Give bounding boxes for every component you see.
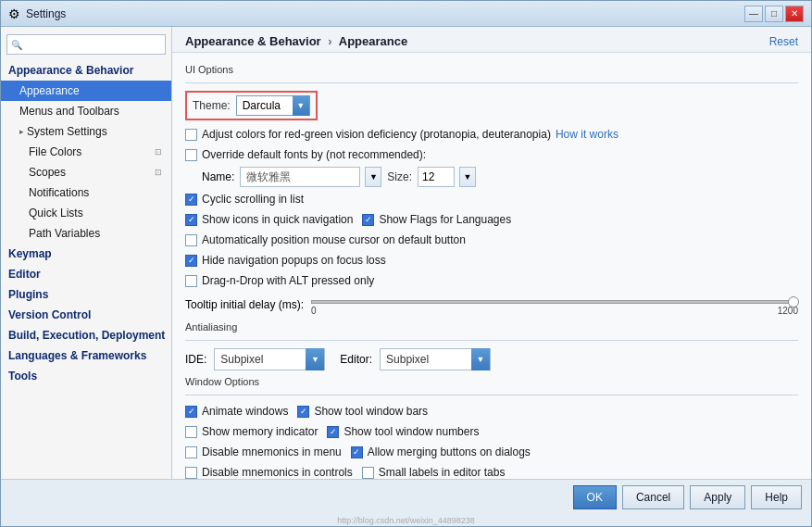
show-memory-checkbox[interactable] xyxy=(185,426,197,438)
close-button[interactable]: ✕ xyxy=(785,6,804,22)
slider-track[interactable] xyxy=(311,300,798,304)
title-bar: ⚙ Settings — □ ✕ xyxy=(1,1,811,27)
ok-button[interactable]: OK xyxy=(573,485,617,509)
sidebar-item-plugins[interactable]: Plugins xyxy=(1,284,171,305)
maximize-button[interactable]: □ xyxy=(765,6,783,22)
row-icons-flags: Show icons in quick navigation Show Flag… xyxy=(185,211,798,232)
size-label: Size: xyxy=(387,170,412,183)
minimize-button[interactable]: — xyxy=(744,6,763,22)
window-options-label: Window Options xyxy=(185,376,798,387)
show-icons-checkbox[interactable] xyxy=(185,214,197,226)
cyclic-scrolling-checkbox[interactable] xyxy=(185,194,197,206)
sidebar-item-appearance-behavior[interactable]: Appearance & Behavior xyxy=(1,60,171,81)
sidebar: 🔍 Appearance & Behavior Appearance Menus… xyxy=(1,27,172,479)
cyclic-scrolling-row: Cyclic scrolling in list xyxy=(185,191,304,207)
size-dropdown[interactable]: ▼ xyxy=(459,167,476,187)
allow-merging-checkbox[interactable] xyxy=(351,446,363,458)
adjust-colors-label: Adjust colors for red-green vision defic… xyxy=(202,126,551,143)
adjust-colors-row: Adjust colors for red-green vision defic… xyxy=(185,126,798,143)
hide-nav-checkbox[interactable] xyxy=(185,255,197,267)
ide-dropdown-arrow[interactable]: ▼ xyxy=(306,348,324,370)
search-input[interactable] xyxy=(24,39,161,50)
sidebar-item-scopes[interactable]: Scopes ⊡ xyxy=(1,162,171,182)
cancel-button[interactable]: Cancel xyxy=(622,485,684,509)
antialiasing-label: Antialiasing xyxy=(185,321,798,333)
ide-label: IDE: xyxy=(185,353,206,366)
main-panel: Appearance & Behavior › Appearance Reset… xyxy=(172,27,811,479)
window-title: Settings xyxy=(26,7,66,20)
disable-mnemonics-controls-row: Disable mnemonics in controls xyxy=(185,464,353,479)
animate-windows-checkbox[interactable] xyxy=(185,406,197,418)
disable-mnemonics-controls-checkbox[interactable] xyxy=(185,467,197,479)
editor-dropdown[interactable]: Subpixel ▼ xyxy=(380,348,491,370)
file-colors-badge: ⊡ xyxy=(155,144,162,160)
sidebar-item-notifications[interactable]: Notifications xyxy=(1,182,171,203)
adjust-colors-checkbox[interactable] xyxy=(185,129,197,141)
hide-nav-row: Hide navigation popups on focus loss xyxy=(185,252,798,269)
reset-link[interactable]: Reset xyxy=(769,35,798,48)
theme-select[interactable]: Darcula ▼ xyxy=(236,95,310,116)
drag-drop-label: Drag-n-Drop with ALT pressed only xyxy=(202,272,374,289)
disable-mnemonics-checkbox[interactable] xyxy=(185,446,197,458)
sidebar-item-system-settings[interactable]: ▸ System Settings xyxy=(1,121,171,142)
show-flags-label: Show Flags for Languages xyxy=(379,211,511,228)
settings-window: ⚙ Settings — □ ✕ 🔍 Appearance & Behavior… xyxy=(0,0,812,527)
scopes-badge: ⊡ xyxy=(155,164,162,181)
search-box[interactable]: 🔍 xyxy=(6,34,166,55)
sidebar-item-editor[interactable]: Editor xyxy=(1,264,171,284)
show-tool-bars-checkbox[interactable] xyxy=(297,406,309,418)
sidebar-item-languages-frameworks[interactable]: Languages & Frameworks xyxy=(1,345,171,366)
tooltip-label: Tooltip initial delay (ms): xyxy=(185,298,304,311)
breadcrumb-parent: Appearance & Behavior xyxy=(185,34,321,48)
slider-thumb[interactable] xyxy=(788,296,799,307)
window-row-4: Disable mnemonics in controls Small labe… xyxy=(185,464,798,479)
sidebar-item-tools[interactable]: Tools xyxy=(1,366,171,386)
apply-button[interactable]: Apply xyxy=(690,485,745,509)
disable-mnemonics-label: Disable mnemonics in menu xyxy=(202,444,342,460)
hide-nav-label: Hide navigation popups on focus loss xyxy=(202,252,386,269)
sidebar-item-build-execution[interactable]: Build, Execution, Deployment xyxy=(1,325,171,345)
theme-row: Theme: Darcula ▼ xyxy=(185,91,318,120)
size-box: 12 xyxy=(418,167,455,187)
sidebar-item-appearance[interactable]: Appearance xyxy=(1,81,171,101)
antialias-row: IDE: Subpixel ▼ Editor: Subpixel ▼ xyxy=(185,348,798,370)
auto-position-checkbox[interactable] xyxy=(185,234,197,246)
override-fonts-checkbox[interactable] xyxy=(185,149,197,161)
show-icons-row: Show icons in quick navigation xyxy=(185,211,353,228)
drag-drop-checkbox[interactable] xyxy=(185,275,197,287)
how-it-works-link[interactable]: How it works xyxy=(556,126,618,143)
show-tool-numbers-row: Show tool window numbers xyxy=(327,423,479,440)
divider-1 xyxy=(185,82,798,83)
disable-mnemonics-row: Disable mnemonics in menu xyxy=(185,444,342,460)
show-flags-checkbox[interactable] xyxy=(362,214,374,226)
font-name-dropdown[interactable]: ▼ xyxy=(365,167,381,187)
help-button[interactable]: Help xyxy=(751,485,802,509)
theme-dropdown-arrow[interactable]: ▼ xyxy=(293,95,309,116)
window-icon: ⚙ xyxy=(8,6,20,21)
editor-dropdown-arrow[interactable]: ▼ xyxy=(471,348,490,370)
font-row: Name: 微软雅黑 ▼ Size: 12 ▼ xyxy=(202,167,798,187)
sidebar-item-version-control[interactable]: Version Control xyxy=(1,305,171,325)
sidebar-item-keymap[interactable]: Keymap xyxy=(1,244,171,264)
show-flags-row: Show Flags for Languages xyxy=(362,211,511,228)
small-labels-checkbox[interactable] xyxy=(362,467,374,479)
divider-2 xyxy=(185,340,798,341)
name-label: Name: xyxy=(202,170,234,183)
breadcrumb: Appearance & Behavior › Appearance xyxy=(185,34,407,48)
ide-dropdown-value: Subpixel xyxy=(215,353,306,366)
sidebar-item-quick-lists[interactable]: Quick Lists xyxy=(1,203,171,223)
bottom-bar: OK Cancel Apply Help xyxy=(1,479,811,515)
auto-position-label: Automatically position mouse cursor on d… xyxy=(202,232,466,248)
sidebar-item-menus-toolbars[interactable]: Menus and Toolbars xyxy=(1,101,171,121)
slider-labels: 0 1200 xyxy=(311,306,798,316)
show-tool-numbers-checkbox[interactable] xyxy=(327,426,339,438)
slider-track-row xyxy=(311,293,798,306)
sidebar-item-path-variables[interactable]: Path Variables xyxy=(1,223,171,244)
drag-drop-row: Drag-n-Drop with ALT pressed only xyxy=(185,272,798,289)
disable-mnemonics-controls-label: Disable mnemonics in controls xyxy=(202,464,353,479)
sidebar-item-file-colors[interactable]: File Colors ⊡ xyxy=(1,142,171,162)
auto-position-row: Automatically position mouse cursor on d… xyxy=(185,232,798,248)
title-bar-buttons: — □ ✕ xyxy=(744,6,804,22)
font-name-box: 微软雅黑 xyxy=(240,167,360,187)
ide-dropdown[interactable]: Subpixel ▼ xyxy=(214,348,325,370)
